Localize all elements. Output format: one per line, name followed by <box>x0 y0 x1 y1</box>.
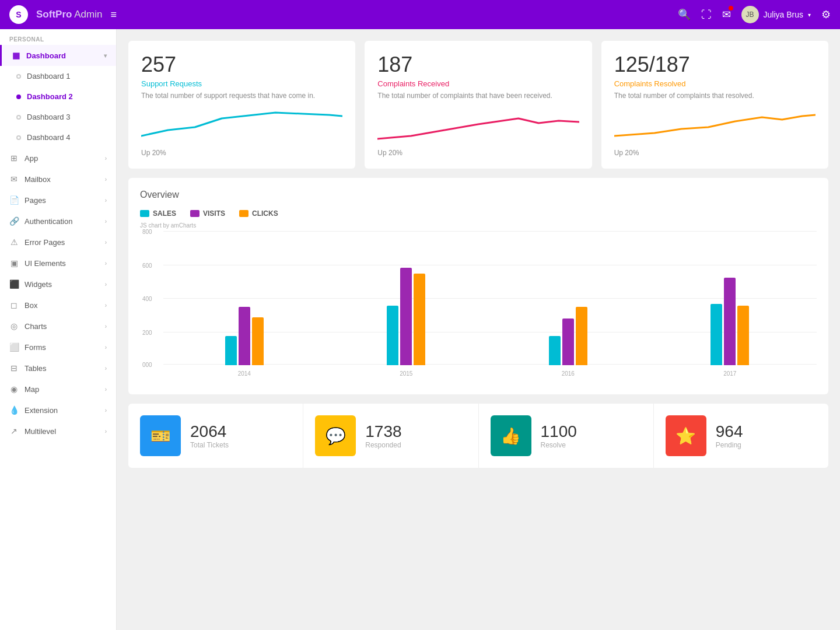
bar-group-2014: 2014 <box>225 307 264 365</box>
bar-chart: 800 600 400 200 000 2014 <box>140 231 817 383</box>
stat-chart-complaints-received <box>377 107 579 142</box>
ui-icon: ▣ <box>9 258 19 268</box>
user-chevron: ▾ <box>808 12 811 18</box>
dot-dashboard3 <box>16 115 21 120</box>
legend-sales-label: SALES <box>153 209 176 218</box>
search-icon[interactable]: 🔍 <box>678 8 691 21</box>
extension-icon: 💧 <box>9 405 19 415</box>
map-icon: ◉ <box>9 384 19 394</box>
bstat-responded-number: 1738 <box>365 422 401 441</box>
pages-chevron: › <box>105 197 107 204</box>
bar-group-2017: 2017 <box>710 278 749 365</box>
legend-clicks: CLICKS <box>239 209 278 218</box>
chart-note: JS chart by amCharts <box>140 222 817 229</box>
bstat-tickets-icon: 🎫 <box>140 415 181 456</box>
sidebar-item-multilevel[interactable]: ↗ Multilevel › <box>0 421 116 442</box>
legend-clicks-label: CLICKS <box>252 209 278 218</box>
sidebar-item-tables[interactable]: ⊟ Tables › <box>0 358 116 379</box>
sidebar-item-extension[interactable]: 💧 Extension › <box>0 400 116 421</box>
bar-2016-sales <box>549 336 561 365</box>
sidebar-item-dashboard4[interactable]: Dashboard 4 <box>7 127 116 148</box>
widgets-chevron: › <box>105 281 107 288</box>
sidebar-item-box[interactable]: ◻ Box › <box>0 295 116 316</box>
sidebar-item-widgets[interactable]: ⬛ Widgets › <box>0 274 116 295</box>
auth-chevron: › <box>105 218 107 225</box>
user-menu[interactable]: JB Juliya Brus ▾ <box>741 6 811 23</box>
stat-footer-complaints-received: Up 20% <box>377 149 579 157</box>
pages-icon: 📄 <box>9 195 19 205</box>
sidebar-item-dashboard[interactable]: ▦ Dashboard ▾ <box>0 45 116 66</box>
stat-footer-complaints-resolved: Up 20% <box>614 149 816 157</box>
bstat-resolve-number: 1100 <box>541 422 577 441</box>
stat-chart-support <box>141 107 342 142</box>
fullscreen-icon[interactable]: ⛶ <box>701 9 712 21</box>
bar-2017-visits <box>724 278 736 365</box>
avatar: JB <box>741 6 759 23</box>
stats-row: 257 Support Requests The total number of… <box>128 41 828 169</box>
stat-card-complaints-received: 187 Complaints Received The total number… <box>365 41 592 169</box>
sidebar-dashboard1-label: Dashboard 1 <box>27 72 70 80</box>
stat-number-support: 257 <box>141 52 342 77</box>
sidebar-item-map[interactable]: ◉ Map › <box>0 379 116 400</box>
legend-sales: SALES <box>140 209 176 218</box>
dot-dashboard1 <box>16 74 21 79</box>
legend-visits-dot <box>190 210 200 217</box>
brand-suffix: Admin <box>72 9 102 20</box>
hamburger-button[interactable]: ≡ <box>110 9 117 21</box>
mailbox-chevron: › <box>105 176 107 183</box>
logo-icon: S <box>9 5 28 24</box>
stat-chart-complaints-resolved <box>614 107 816 142</box>
bstat-tickets: 🎫 2064 Total Tickets <box>128 404 303 468</box>
sidebar-item-dashboard3[interactable]: Dashboard 3 <box>7 107 116 127</box>
dashboard-chevron: ▾ <box>104 52 107 59</box>
brand-name: SoftPro Admin <box>36 9 102 20</box>
dot-dashboard2 <box>16 94 21 99</box>
header: S SoftPro Admin ≡ 🔍 ⛶ ✉ JB Juliya Brus ▾… <box>0 0 840 29</box>
sidebar-item-app[interactable]: ⊞ App › <box>0 148 116 169</box>
bar-2015-visits <box>400 268 412 366</box>
sidebar-ui-label: UI Elements <box>24 259 66 268</box>
bar-2015-label: 2015 <box>400 370 412 377</box>
dot-dashboard4 <box>16 135 21 140</box>
bar-group-2016: 2016 <box>549 307 587 365</box>
tables-icon: ⊟ <box>9 363 19 373</box>
sidebar-item-forms[interactable]: ⬜ Forms › <box>0 337 116 358</box>
sidebar-multilevel-label: Multilevel <box>24 427 56 436</box>
bar-2016-label: 2016 <box>562 370 575 377</box>
sidebar-item-pages[interactable]: 📄 Pages › <box>0 190 116 211</box>
bstat-resolve-label: Resolve <box>541 441 577 449</box>
bar-group-2015: 2015 <box>387 268 425 366</box>
auth-icon: 🔗 <box>9 216 19 226</box>
sidebar-item-authentication[interactable]: 🔗 Authentication › <box>0 211 116 232</box>
stat-number-complaints-resolved: 125/187 <box>614 52 816 77</box>
stat-card-support: 257 Support Requests The total number of… <box>128 41 355 169</box>
sidebar-item-dashboard1[interactable]: Dashboard 1 <box>7 66 116 86</box>
sidebar-item-charts[interactable]: ◎ Charts › <box>0 316 116 337</box>
sidebar-dashboard3-label: Dashboard 3 <box>27 113 70 121</box>
settings-icon[interactable]: ⚙ <box>821 8 831 21</box>
sidebar-dashboard4-label: Dashboard 4 <box>27 133 70 142</box>
overview-title: Overview <box>140 190 817 200</box>
error-chevron: › <box>105 239 107 246</box>
sidebar-extension-label: Extension <box>24 406 58 415</box>
bar-2014-sales <box>225 336 237 365</box>
bar-2014-visits <box>239 307 250 365</box>
legend-sales-dot <box>140 210 149 217</box>
notification-icon[interactable]: ✉ <box>722 8 731 21</box>
sidebar-item-dashboard2[interactable]: Dashboard 2 <box>7 86 116 107</box>
stat-desc-support: The total number of support requests tha… <box>141 92 342 100</box>
legend-visits: VISITS <box>190 209 225 218</box>
sidebar-auth-label: Authentication <box>24 217 72 226</box>
bar-2017-label: 2017 <box>723 370 736 377</box>
sidebar-item-error-pages[interactable]: ⚠ Error Pages › <box>0 232 116 253</box>
bstat-resolve: 👍 1100 Resolve <box>479 404 653 468</box>
bar-2015-clicks <box>414 274 425 366</box>
charts-icon: ◎ <box>9 321 19 331</box>
sidebar-item-mailbox[interactable]: ✉ Mailbox › <box>0 169 116 190</box>
bstat-pending-info: 964 Pending <box>716 422 743 449</box>
sidebar-item-ui-elements[interactable]: ▣ UI Elements › <box>0 253 116 274</box>
content-area: 257 Support Requests The total number of… <box>117 29 840 630</box>
extension-chevron: › <box>105 407 107 414</box>
ui-chevron: › <box>105 260 107 267</box>
tables-chevron: › <box>105 365 107 372</box>
